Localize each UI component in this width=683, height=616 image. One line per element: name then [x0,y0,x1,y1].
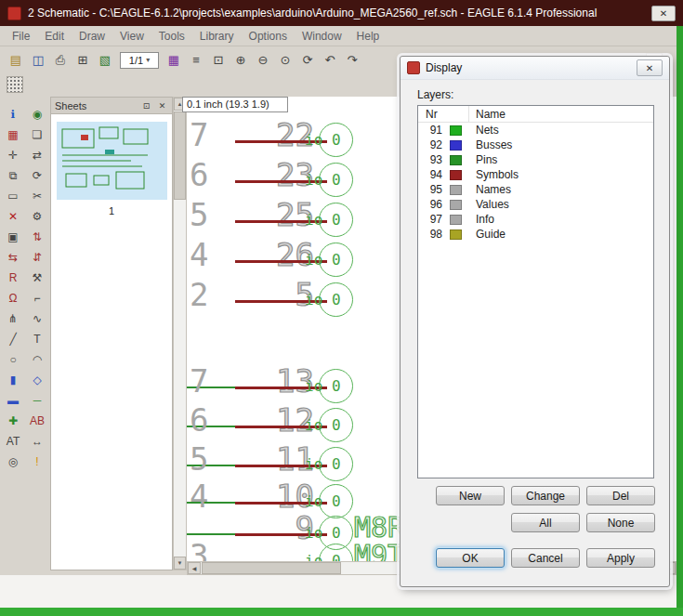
column-header-nr[interactable]: Nr [426,108,438,121]
save-icon[interactable]: ◫ [29,51,47,70]
layer-color-swatch[interactable] [450,229,462,240]
undo-icon[interactable]: ↶ [321,51,339,70]
layer-color-swatch[interactable] [450,125,462,136]
layer-row[interactable]: 94 Symbols [418,167,653,182]
layer-settings-icon[interactable]: ❏ [26,125,48,144]
value-icon[interactable]: Ω [2,288,24,308]
print-icon[interactable]: ⎙ [51,51,70,70]
pinswap-icon[interactable]: ⇅ [26,227,48,246]
apply-button[interactable]: Apply [586,548,655,568]
display-layers-icon[interactable]: ▦ [2,125,24,144]
errors-icon[interactable]: ! [26,452,48,471]
pin-io-label: io 0 [305,457,341,472]
bus-icon[interactable]: ▬ [2,390,24,410]
menu-item[interactable]: View [112,27,151,46]
menu-item[interactable]: Draw [72,27,112,46]
zoom-fit-icon[interactable]: ⊡ [209,51,228,70]
layer-row[interactable]: 96 Values [418,197,653,212]
circle-icon[interactable]: ○ [2,349,24,369]
dialog-close-button[interactable]: ✕ [637,59,663,76]
cut-icon[interactable]: ✂ [26,186,48,205]
polygon-icon[interactable]: ◇ [26,370,48,389]
change-icon[interactable]: ⚙ [26,206,48,226]
script-icon[interactable]: ≡ [187,51,205,70]
layer-color-swatch[interactable] [450,170,462,180]
layer-row[interactable]: 92 Busses [418,138,653,152]
name-icon[interactable]: R [2,268,24,287]
copy-icon[interactable]: ⧉ [2,165,24,185]
rect-icon[interactable]: ▮ [2,370,24,389]
layer-row[interactable]: 91 Nets [418,123,653,138]
dimension-icon[interactable]: ↔ [26,431,48,451]
zoom-redraw-icon[interactable]: ⟳ [298,51,317,70]
menu-item[interactable]: Library [192,27,242,46]
redo-icon[interactable]: ↷ [343,51,361,70]
menu-item[interactable]: File [5,27,37,46]
layer-color-swatch[interactable] [450,200,462,210]
wire-icon[interactable]: ╱ [2,329,24,348]
horizontal-scrollbar-thumb[interactable] [202,562,341,574]
ok-button[interactable]: OK [436,548,505,568]
rotate-icon[interactable]: ⟳ [26,165,48,185]
scroll-left-icon[interactable]: ◀ [188,562,201,574]
library-icon[interactable]: ▦ [164,51,183,70]
move-icon[interactable]: ✛ [2,145,24,164]
layer-color-swatch[interactable] [450,215,462,225]
info-icon[interactable]: ℹ [2,104,24,124]
smash-icon[interactable]: ⚒ [26,268,48,287]
junction-icon[interactable]: ✚ [2,411,24,430]
mirror-icon[interactable]: ⇄ [26,145,48,164]
net-icon[interactable]: ─ [26,390,48,410]
close-icon[interactable]: ✕ [156,101,168,111]
open-folder-icon[interactable]: ▤ [7,51,25,70]
invoke-icon[interactable]: ∿ [26,308,48,328]
dock-icon[interactable]: ⊡ [140,101,152,111]
miter-icon[interactable]: ⌐ [26,288,48,308]
dialog-title-bar[interactable]: Display ✕ [401,57,669,80]
menu-item[interactable]: Edit [37,27,72,46]
sheet-selector[interactable]: 1/1 ▾ [120,52,159,69]
none-button[interactable]: None [586,513,655,532]
layer-color-swatch[interactable] [450,185,462,195]
zoom-in-icon[interactable]: ⊕ [231,51,250,70]
arc-icon[interactable]: ◠ [26,349,48,369]
replace-icon[interactable]: ⇆ [2,247,24,267]
menu-item[interactable]: Window [295,27,349,46]
menu-item[interactable]: Help [349,27,387,46]
del-button[interactable]: Del [586,486,655,505]
paste-icon[interactable]: ▣ [2,227,24,246]
layer-row[interactable]: 93 Pins [418,152,653,167]
group-icon[interactable]: ▭ [2,186,24,205]
scroll-down-icon[interactable]: ▼ [174,557,186,570]
zoom-select-icon[interactable]: ⊙ [276,51,295,70]
all-button[interactable]: All [511,513,580,532]
vertical-scrollbar-thumb[interactable] [174,111,186,200]
cancel-button[interactable]: Cancel [511,548,580,568]
new-button[interactable]: New [436,486,505,505]
vertical-scrollbar[interactable]: ▲ ▼ [173,97,187,570]
show-icon[interactable]: ◉ [26,104,48,124]
window-close-button[interactable]: ✕ [651,6,676,21]
grid-button[interactable] [7,76,23,93]
layer-row[interactable]: 95 Names [418,182,653,197]
erc-icon[interactable]: ◎ [2,452,24,471]
switch-to-board-icon[interactable]: ▧ [96,51,114,70]
column-header-name[interactable]: Name [476,108,506,121]
gateswap-icon[interactable]: ⇵ [26,247,48,267]
split-icon[interactable]: ⋔ [2,308,24,328]
cam-processor-icon[interactable]: ⊞ [73,51,92,70]
layer-color-swatch[interactable] [450,155,462,165]
attribute-icon[interactable]: AT [2,431,24,451]
layer-row[interactable]: 97 Info [418,212,653,227]
zoom-out-icon[interactable]: ⊖ [254,51,272,70]
menu-item[interactable]: Tools [151,27,192,46]
delete-icon[interactable]: ✕ [2,206,24,226]
sheet-thumbnail[interactable] [57,122,167,200]
layer-name: Symbols [476,168,519,181]
label-icon[interactable]: AB [26,411,48,430]
text-icon[interactable]: T [26,329,48,348]
layer-color-swatch[interactable] [450,140,462,151]
change-button[interactable]: Change [511,486,580,505]
menu-item[interactable]: Options [242,27,295,46]
layer-row[interactable]: 98 Guide [418,227,653,242]
